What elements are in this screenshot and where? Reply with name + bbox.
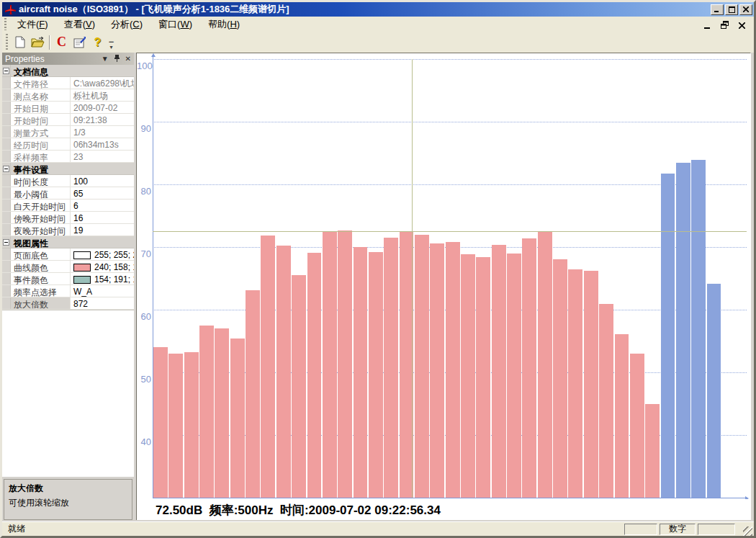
bar[interactable] bbox=[630, 354, 644, 498]
bar[interactable] bbox=[261, 236, 275, 498]
property-value[interactable]: 154; 191; 185 bbox=[71, 273, 134, 284]
menu-item-窗口[interactable]: 窗口(W) bbox=[150, 17, 200, 31]
bar[interactable] bbox=[538, 232, 552, 498]
property-row[interactable]: 开始日期2009-07-02 bbox=[2, 102, 134, 114]
collapse-icon[interactable] bbox=[2, 65, 11, 76]
property-row[interactable]: 页面底色255; 255; 255 bbox=[2, 248, 134, 261]
property-row[interactable]: 放大倍数872 bbox=[2, 297, 134, 310]
property-value[interactable]: 栎社机场 bbox=[71, 89, 134, 101]
bar[interactable] bbox=[476, 257, 490, 498]
property-row[interactable]: 文件路径C:\awa6298\机场 bbox=[2, 77, 134, 89]
property-row[interactable]: 傍晚开始时间16 bbox=[2, 212, 134, 224]
property-row[interactable]: 最小阈值65 bbox=[2, 187, 134, 199]
menu-item-分析[interactable]: 分析(C) bbox=[103, 17, 150, 31]
help-button[interactable]: ? bbox=[89, 34, 107, 51]
mdi-minimize-icon[interactable] bbox=[702, 20, 712, 29]
property-row[interactable]: 夜晚开始时间19 bbox=[2, 224, 134, 236]
property-value[interactable]: 23 bbox=[71, 151, 134, 162]
toolbar-options-icon[interactable]: ▔▾ bbox=[107, 35, 116, 50]
bar[interactable] bbox=[230, 339, 245, 498]
menubar-grip-handle[interactable] bbox=[4, 18, 7, 30]
property-row[interactable]: 白天开始时间6 bbox=[2, 199, 134, 212]
property-row[interactable]: 开始时间09:21:38 bbox=[2, 114, 134, 126]
bar[interactable] bbox=[615, 334, 629, 498]
bar[interactable] bbox=[446, 242, 460, 498]
menu-item-帮助[interactable]: 帮助(H) bbox=[200, 17, 248, 31]
property-row[interactable]: 曲线颜色240; 158; 158 bbox=[2, 261, 134, 273]
property-value[interactable]: 1/3 bbox=[71, 126, 134, 138]
bar[interactable] bbox=[168, 354, 183, 498]
menu-item-文件[interactable]: 文件(F) bbox=[9, 17, 56, 31]
new-document-button[interactable] bbox=[11, 34, 29, 51]
property-value[interactable]: 65 bbox=[71, 187, 134, 199]
bar[interactable] bbox=[184, 352, 199, 498]
bar[interactable] bbox=[276, 246, 291, 498]
bar[interactable] bbox=[384, 238, 398, 498]
property-row[interactable]: 时间长度100 bbox=[2, 175, 134, 187]
minimize-button[interactable] bbox=[711, 4, 724, 15]
bar[interactable] bbox=[707, 284, 721, 498]
bar[interactable] bbox=[507, 254, 521, 498]
bar[interactable] bbox=[676, 163, 690, 498]
property-value[interactable]: W_A bbox=[71, 285, 134, 297]
bar[interactable] bbox=[645, 404, 660, 498]
bar[interactable] bbox=[661, 174, 675, 498]
property-value[interactable]: 100 bbox=[71, 175, 134, 187]
property-group-header[interactable]: 文档信息 bbox=[2, 65, 134, 77]
property-value[interactable]: 240; 158; 158 bbox=[71, 261, 134, 272]
mdi-close-icon[interactable] bbox=[737, 20, 747, 29]
property-row[interactable]: 测量方式1/3 bbox=[2, 126, 134, 138]
bar[interactable] bbox=[199, 326, 214, 498]
bar[interactable] bbox=[246, 290, 260, 498]
maximize-button[interactable] bbox=[725, 4, 738, 15]
bar[interactable] bbox=[354, 247, 368, 498]
property-sheet-button[interactable] bbox=[71, 34, 89, 51]
spectrum-chart-plot[interactable]: 405060708090100 bbox=[137, 53, 750, 499]
property-value[interactable]: 06h34m13s bbox=[71, 138, 134, 150]
bar[interactable] bbox=[430, 243, 444, 498]
collapse-icon[interactable] bbox=[2, 163, 11, 174]
mdi-restore-icon[interactable] bbox=[719, 20, 729, 29]
bar[interactable] bbox=[584, 271, 598, 498]
panel-menu-icon[interactable]: ▼ bbox=[102, 55, 109, 63]
open-file-button[interactable] bbox=[29, 34, 47, 51]
bar[interactable] bbox=[599, 304, 613, 498]
bar[interactable] bbox=[691, 160, 706, 498]
bar[interactable] bbox=[415, 235, 429, 498]
pin-icon[interactable] bbox=[114, 55, 120, 63]
property-row[interactable]: 测点名称栎社机场 bbox=[2, 89, 134, 102]
property-group-header[interactable]: 事件设置 bbox=[2, 163, 134, 175]
property-value[interactable]: 255; 255; 255 bbox=[71, 248, 134, 260]
property-value[interactable]: 6 bbox=[71, 199, 134, 211]
property-row[interactable]: 经历时间06h34m13s bbox=[2, 138, 134, 151]
property-value[interactable]: C:\awa6298\机场 bbox=[71, 77, 134, 89]
menu-item-查看[interactable]: 查看(V) bbox=[56, 17, 103, 31]
close-button[interactable] bbox=[739, 4, 752, 15]
bar[interactable] bbox=[338, 230, 352, 498]
property-value[interactable]: 16 bbox=[71, 212, 134, 223]
bar[interactable] bbox=[553, 259, 567, 498]
property-row[interactable]: 频率点选择W_A bbox=[2, 285, 134, 297]
bar[interactable] bbox=[461, 254, 475, 498]
bar[interactable] bbox=[292, 275, 306, 498]
property-value[interactable]: 19 bbox=[71, 224, 134, 236]
bar[interactable] bbox=[153, 347, 168, 498]
toolbar-grip-handle[interactable] bbox=[5, 34, 9, 50]
bar[interactable] bbox=[323, 232, 337, 498]
bar[interactable] bbox=[215, 328, 229, 498]
analysis-button[interactable]: C bbox=[53, 34, 71, 51]
resize-grip[interactable] bbox=[743, 526, 752, 536]
bar[interactable] bbox=[522, 238, 536, 498]
collapse-icon[interactable] bbox=[2, 236, 11, 248]
property-value[interactable]: 09:21:38 bbox=[71, 114, 134, 125]
bar[interactable] bbox=[307, 253, 322, 498]
bar[interactable] bbox=[492, 245, 506, 498]
property-value[interactable]: 872 bbox=[71, 297, 134, 309]
property-row[interactable]: 采样频率23 bbox=[2, 151, 134, 163]
property-group-header[interactable]: 视图属性 bbox=[2, 236, 134, 248]
property-value[interactable]: 2009-07-02 bbox=[71, 102, 134, 113]
property-row[interactable]: 事件颜色154; 191; 185 bbox=[2, 273, 134, 285]
bar[interactable] bbox=[568, 269, 582, 498]
bar[interactable] bbox=[369, 252, 383, 498]
panel-close-icon[interactable]: ✕ bbox=[125, 55, 131, 63]
